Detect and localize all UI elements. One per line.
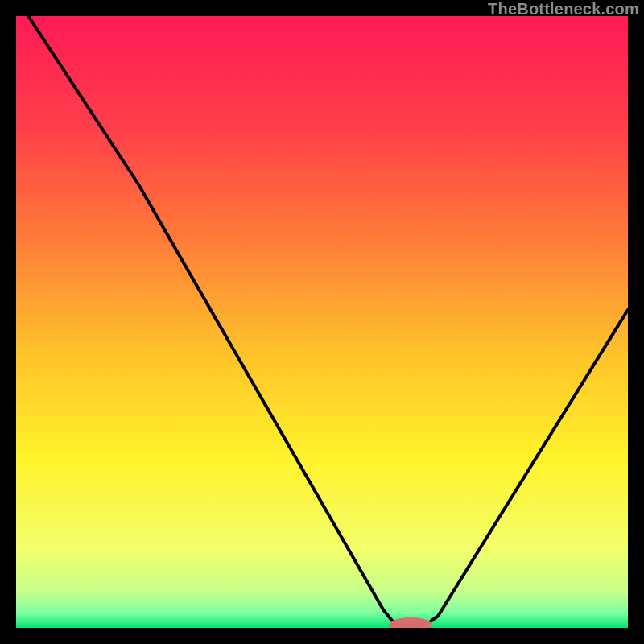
bottleneck-chart [16, 16, 628, 628]
watermark-text: TheBottleneck.com [488, 0, 639, 19]
chart-background [16, 16, 628, 628]
